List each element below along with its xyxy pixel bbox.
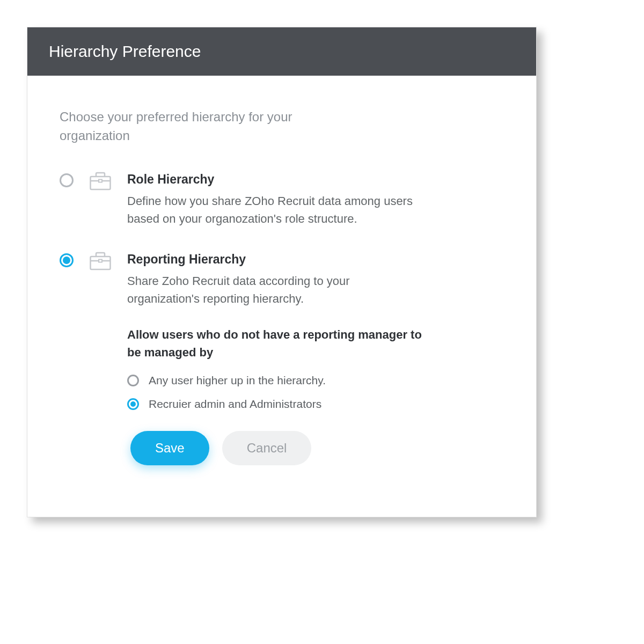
radio-reporting-hierarchy[interactable] [60, 253, 74, 267]
sub-heading: Allow users who do not have a reporting … [127, 326, 428, 361]
option-role-desc: Define how you share ZOho Recruit data a… [127, 192, 417, 228]
dialog-body: Choose your preferred hierarchy for your… [27, 76, 536, 517]
cancel-button[interactable]: Cancel [222, 431, 312, 465]
briefcase-icon [90, 171, 111, 193]
button-row: Save Cancel [130, 431, 504, 465]
option-reporting-title: Reporting Hierarchy [127, 252, 504, 267]
radio-role-hierarchy[interactable] [60, 173, 74, 187]
radio-recruiter-admin[interactable] [127, 398, 139, 410]
sub-option-any-user[interactable]: Any user higher up in the hierarchy. [127, 374, 504, 387]
svg-rect-5 [99, 259, 102, 262]
option-reporting-content: Reporting Hierarchy Share Zoho Recruit d… [127, 252, 504, 465]
svg-rect-0 [91, 177, 111, 189]
save-button[interactable]: Save [130, 431, 209, 465]
sub-label-any-user: Any user higher up in the hierarchy. [149, 374, 326, 387]
option-reporting-hierarchy[interactable]: Reporting Hierarchy Share Zoho Recruit d… [60, 252, 504, 465]
svg-rect-2 [99, 179, 102, 182]
option-reporting-desc: Share Zoho Recruit data according to you… [127, 272, 417, 308]
radio-any-user[interactable] [127, 375, 139, 386]
svg-rect-3 [91, 257, 111, 269]
briefcase-icon [90, 251, 111, 273]
sub-label-recruiter-admin: Recruier admin and Administrators [149, 398, 321, 411]
option-role-title: Role Hierarchy [127, 172, 504, 187]
dialog-title: Hierarchy Preference [27, 27, 536, 76]
intro-text: Choose your preferred hierarchy for your… [60, 108, 317, 145]
option-role-hierarchy[interactable]: Role Hierarchy Define how you share ZOho… [60, 172, 504, 228]
hierarchy-preference-dialog: Hierarchy Preference Choose your preferr… [27, 27, 537, 517]
option-role-content: Role Hierarchy Define how you share ZOho… [127, 172, 504, 228]
sub-option-recruiter-admin[interactable]: Recruier admin and Administrators [127, 398, 504, 411]
